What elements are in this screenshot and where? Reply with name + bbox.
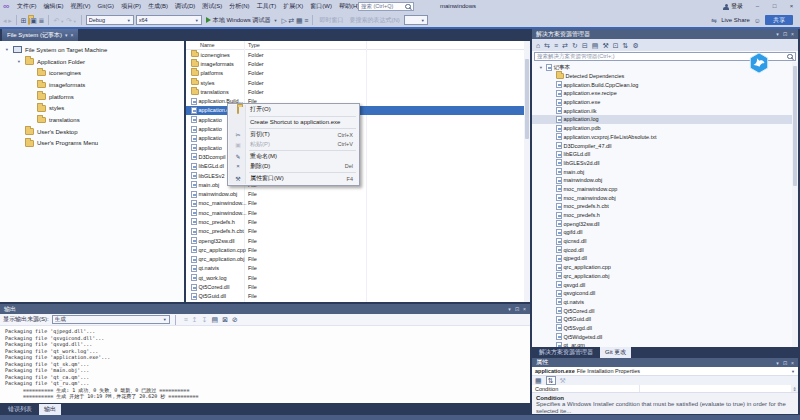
solution-item-15[interactable]: moc_predefs.h.cbt bbox=[532, 202, 798, 211]
fs-tree-item-8[interactable]: User's Programs Menu bbox=[0, 138, 184, 150]
menubar-item-4[interactable]: 项目(P) bbox=[117, 0, 144, 13]
file-row-4[interactable]: translationsFolder bbox=[186, 87, 530, 96]
menubar-item-0[interactable]: 文件(F) bbox=[13, 0, 40, 13]
filter-icon[interactable]: ≡ bbox=[554, 42, 558, 49]
tree-expander-icon[interactable]: ▾ bbox=[4, 47, 10, 52]
close-icon[interactable]: × bbox=[791, 360, 794, 366]
solution-item-25[interactable]: qsvgicond.dll bbox=[532, 289, 798, 298]
pin-icon[interactable]: ⊡ bbox=[783, 360, 787, 366]
sign-in-button[interactable]: 登录 bbox=[723, 2, 743, 11]
solution-item-23[interactable]: qrc_application.obj bbox=[532, 272, 798, 281]
solution-item-21[interactable]: qjpegd.dll bbox=[532, 254, 798, 263]
context-menu-item-1[interactable]: Create Shortcut to application.exe bbox=[229, 118, 358, 128]
solution-item-5[interactable]: application.log bbox=[532, 115, 798, 124]
messages-icon[interactable]: ≡ bbox=[184, 316, 188, 323]
pin-icon[interactable]: ⊡ bbox=[515, 306, 519, 312]
maximize-button[interactable]: □ bbox=[766, 0, 783, 13]
fs-tree-item-3[interactable]: imageformats bbox=[0, 79, 184, 91]
column-header-name[interactable]: Name bbox=[200, 42, 215, 48]
sort-icon[interactable]: ⇅ bbox=[623, 42, 629, 49]
menubar-item-9[interactable]: 工具(T) bbox=[253, 0, 280, 13]
bottom-tab-1[interactable]: 输出 bbox=[39, 404, 61, 415]
solution-item-22[interactable]: qrc_application.cpp bbox=[532, 263, 798, 272]
switch-views-icon[interactable]: ⇆ bbox=[544, 42, 550, 49]
properties-icon[interactable]: ⚒ bbox=[602, 42, 608, 49]
dropdown-caret-icon[interactable]: ▼ bbox=[60, 19, 64, 24]
solution-item-2[interactable]: application.exe.recipe bbox=[532, 89, 798, 98]
file-row-18[interactable]: moc_predefs.hFile bbox=[186, 217, 530, 226]
file-row-15[interactable]: mainwindow.objFile bbox=[186, 189, 530, 198]
new-project-icon[interactable]: ⊞ bbox=[21, 17, 27, 24]
right-tab-0[interactable]: 解决方案资源管理器 bbox=[534, 347, 598, 358]
file-row-17[interactable]: moc_mainwindow...File bbox=[186, 208, 530, 217]
context-menu-item-3[interactable]: ▣粘贴(P)Ctrl+V bbox=[229, 140, 358, 150]
start-debugging-button[interactable]: 本地 Windows 调试器 ▼ bbox=[204, 16, 280, 25]
tree-expander-icon[interactable]: ▾ bbox=[538, 65, 544, 70]
next-message-icon[interactable]: ↧ bbox=[202, 316, 208, 323]
file-row-2[interactable]: platformsFolder bbox=[186, 69, 530, 78]
solution-item-11[interactable]: main.obj bbox=[532, 167, 798, 176]
solution-item-3[interactable]: application.exe bbox=[532, 98, 798, 107]
file-row-0[interactable]: iconenginesFolder bbox=[186, 50, 530, 59]
file-list-scrollbar[interactable] bbox=[524, 41, 530, 302]
solution-item-10[interactable]: libGLESv2d.dll bbox=[532, 159, 798, 168]
menubar-item-7[interactable]: 测试(S) bbox=[199, 0, 226, 13]
context-menu-item-6[interactable]: ⚒属性窗口(W)F4 bbox=[229, 174, 358, 184]
notification-bird-badge[interactable] bbox=[748, 52, 770, 74]
tab-close-icon[interactable]: × bbox=[71, 32, 74, 38]
forward-icon[interactable]: ▸ bbox=[8, 17, 12, 24]
menubar-item-6[interactable]: 调试(D) bbox=[171, 0, 198, 13]
solution-item-14[interactable]: moc_mainwindow.obj bbox=[532, 193, 798, 202]
context-menu-item-0[interactable]: 打开(O) bbox=[229, 105, 358, 115]
solution-item-19[interactable]: qicnsd.dll bbox=[532, 237, 798, 246]
preview-code-icon[interactable]: ⊡ bbox=[613, 42, 619, 49]
window-position-icon[interactable]: ▾ bbox=[776, 31, 779, 37]
fs-tree-item-5[interactable]: styles bbox=[0, 102, 184, 114]
solution-item-4[interactable]: application.ilk bbox=[532, 106, 798, 115]
solution-item-12[interactable]: mainwindow.obj bbox=[532, 176, 798, 185]
save-all-icon[interactable]: ≣ bbox=[39, 17, 45, 24]
solution-item-17[interactable]: opengl32sw.dll bbox=[532, 219, 798, 228]
solution-item-7[interactable]: application.vcxproj.FileListAbsolute.txt bbox=[532, 133, 798, 142]
solution-item-20[interactable]: qicod.dll bbox=[532, 245, 798, 254]
minimize-button[interactable]: – bbox=[749, 0, 766, 13]
output-source-combo[interactable]: 生成▼ bbox=[52, 315, 170, 324]
solution-item-28[interactable]: Qt5Guid.dll bbox=[532, 315, 798, 324]
solution-item-6[interactable]: application.pdb bbox=[532, 124, 798, 133]
file-row-26[interactable]: Qt5Guid.dllFile bbox=[186, 292, 530, 301]
feedback-icon[interactable]: ☺ bbox=[754, 17, 761, 24]
toolbar-mini-combo[interactable]: ▼ bbox=[404, 15, 428, 25]
file-row-1[interactable]: imageformatsFolder bbox=[186, 59, 530, 68]
column-header-type[interactable]: Type bbox=[248, 42, 260, 48]
file-row-27[interactable]: Qt5Svgd.dllFile bbox=[186, 301, 530, 302]
tab-caret-icon[interactable]: ▾ bbox=[65, 32, 68, 38]
context-menu-item-5[interactable]: ×删除(D)Del bbox=[229, 162, 358, 172]
tab-file-system[interactable]: File System (记事本) ▾ × bbox=[2, 29, 78, 41]
dropdown-caret-icon[interactable]: ▼ bbox=[73, 19, 77, 24]
file-row-23[interactable]: qt.natvisFile bbox=[186, 264, 530, 273]
file-row-24[interactable]: qt_work.logFile bbox=[186, 273, 530, 282]
solution-item-29[interactable]: Qt5Svgd.dll bbox=[532, 324, 798, 333]
solution-item-30[interactable]: Qt5Widgetsd.dll bbox=[532, 332, 798, 341]
live-share-button[interactable]: Live Share bbox=[721, 17, 750, 23]
collapse-all-icon[interactable]: ⊟ bbox=[582, 42, 588, 49]
file-row-21[interactable]: qrc_application.cppFile bbox=[186, 245, 530, 254]
solution-item-13[interactable]: moc_mainwindow.cpp bbox=[532, 185, 798, 194]
solution-item-1[interactable]: application.Build.CppClean.log bbox=[532, 80, 798, 89]
file-row-16[interactable]: moc_mainwindow...File bbox=[186, 199, 530, 208]
menubar-item-11[interactable]: 窗口(W) bbox=[307, 0, 336, 13]
share-button[interactable]: 共享 bbox=[765, 15, 793, 25]
clear-all-icon[interactable]: ▤ bbox=[212, 316, 219, 323]
solution-item-9[interactable]: libEGLd.dll bbox=[532, 150, 798, 159]
menubar-item-10[interactable]: 扩展(X) bbox=[280, 0, 307, 13]
show-all-files-icon[interactable]: ▤ bbox=[592, 42, 599, 49]
fs-tree-item-4[interactable]: platforms bbox=[0, 91, 184, 103]
context-menu-item-4[interactable]: ✎重命名(M) bbox=[229, 152, 358, 162]
window-position-icon[interactable]: ▾ bbox=[776, 360, 779, 366]
home-icon[interactable]: ⌂ bbox=[536, 42, 540, 49]
refresh-icon[interactable]: ↻ bbox=[572, 42, 578, 49]
fs-tree-item-7[interactable]: User's Desktop bbox=[0, 126, 184, 138]
fs-tree-item-6[interactable]: translations bbox=[0, 114, 184, 126]
solution-item-24[interactable]: qsvgd.dll bbox=[532, 280, 798, 289]
solution-item-16[interactable]: moc_predefs.h bbox=[532, 211, 798, 220]
